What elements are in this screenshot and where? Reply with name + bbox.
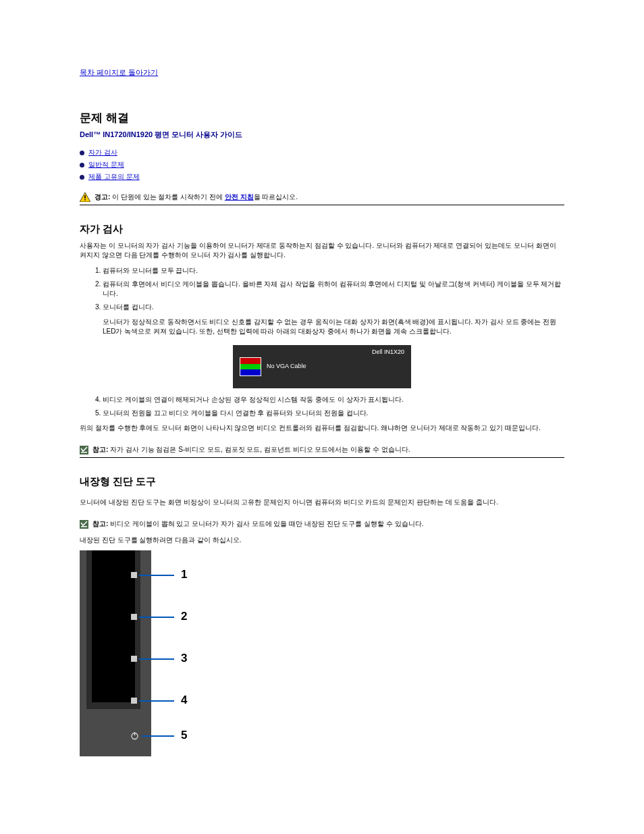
- callout-5: 5: [181, 729, 187, 742]
- caution-text-2: 을 따르십시오.: [254, 193, 298, 201]
- rgb-bars-icon: [240, 357, 261, 376]
- toc-link-common-problems[interactable]: 일반적 문제: [88, 160, 124, 170]
- osd-model-label: Dell IN1X20: [372, 348, 404, 355]
- self-test-heading: 자가 검사: [80, 223, 564, 236]
- svg-rect-4: [81, 452, 87, 453]
- monitor-panel-diagram: 1 2 3 4 5: [80, 550, 201, 756]
- page-title: 문제 해결: [80, 110, 564, 126]
- svg-rect-2: [84, 199, 86, 201]
- warning-icon: [80, 192, 90, 202]
- toc-link-product-specific[interactable]: 제품 고유의 문제: [88, 172, 140, 182]
- power-icon: [130, 731, 139, 740]
- self-test-p2: 모니터가 정상적으로 동작하면서도 비디오 신호를 감지할 수 없는 경우 움직…: [80, 317, 564, 336]
- self-test-steps-2: 비디오 케이블의 연결이 해제되거나 손상된 경우 정상적인 시스템 작동 중에…: [80, 395, 564, 418]
- note-label: 참고:: [92, 446, 108, 453]
- callout-3: 3: [181, 652, 187, 665]
- step-4: 비디오 케이블의 연결이 해제되거나 손상된 경우 정상적인 시스템 작동 중에…: [103, 395, 564, 405]
- note-text: 자가 검사 기능 점검은 S-비디오 모드, 컴포짓 모드, 컴포넌트 비디오 …: [108, 446, 410, 453]
- panel-button-2: [131, 614, 137, 620]
- note-row-2: 참고: 비디오 케이블이 뽑혀 있고 모니터가 자가 검사 모드에 있을 때만 …: [80, 519, 564, 529]
- page-subtitle: Dell™ IN1720/IN1920 평면 모니터 사용자 가이드: [80, 130, 564, 140]
- step-1: 컴퓨터와 모니터를 모두 끕니다.: [103, 266, 564, 276]
- self-test-intro: 사용자는 이 모니터의 자가 검사 기능을 이용하여 모니터가 제대로 동작하는…: [80, 241, 564, 259]
- safety-instructions-link[interactable]: 안전 지침: [225, 193, 254, 201]
- note-row-1: 참고: 자가 검사 기능 점검은 S-비디오 모드, 컴포짓 모드, 컴포넌트 …: [80, 445, 564, 454]
- bid-note-text: 비디오 케이블이 뽑혀 있고 모니터가 자가 검사 모드에 있을 때만 내장된 …: [108, 520, 423, 527]
- callout-2: 2: [181, 610, 187, 623]
- bid-note-label: 참고:: [92, 520, 108, 527]
- callout-4: 4: [181, 694, 187, 707]
- note-icon: [80, 520, 88, 529]
- caution-label: 경고:: [95, 193, 110, 201]
- caution-text-1: 이 단원에 있는 절차를 시작하기 전에: [110, 193, 224, 201]
- bullet-icon: [80, 151, 84, 155]
- self-test-p3: 위의 절차를 수행한 후에도 모니터 화면이 나타나지 않으면 비디오 컨트롤러…: [80, 423, 564, 433]
- panel-button-4: [131, 698, 137, 704]
- caution-row: 경고: 이 단원에 있는 절차를 시작하기 전에 안전 지침을 따르십시오.: [80, 192, 564, 202]
- svg-rect-1: [84, 195, 86, 199]
- svg-rect-6: [81, 526, 87, 527]
- step-5: 모니터의 전원을 끄고 비디오 케이블을 다시 연결한 후 컴퓨터와 모니터의 …: [103, 409, 564, 418]
- divider: [80, 205, 564, 205]
- toc-list: 자가 검사 일반적 문제 제품 고유의 문제: [80, 148, 564, 182]
- osd-dialog: Dell IN1X20 No VGA Cable: [233, 345, 411, 388]
- bid-heading: 내장형 진단 도구: [80, 475, 564, 488]
- bid-intro: 모니터에 내장된 진단 도구는 화면 비정상이 모니터의 고유한 문제인지 아니…: [80, 498, 564, 507]
- step-2: 컴퓨터의 후면에서 비디오 케이블을 뽑습니다. 올바른 자체 검사 작업을 위…: [103, 280, 564, 298]
- osd-message: No VGA Cable: [267, 363, 306, 369]
- panel-button-3: [131, 656, 137, 662]
- panel-button-1: [131, 572, 137, 578]
- note-icon: [80, 446, 88, 454]
- bullet-icon: [80, 163, 84, 167]
- step-3: 모니터를 켭니다.: [103, 303, 564, 312]
- bid-p2: 내장된 진단 도구를 실행하려면 다음과 같이 하십시오.: [80, 536, 564, 545]
- back-to-toc-link[interactable]: 목차 페이지로 돌아가기: [80, 68, 158, 76]
- bullet-icon: [80, 175, 84, 180]
- self-test-steps-1: 컴퓨터와 모니터를 모두 끕니다. 컴퓨터의 후면에서 비디오 케이블을 뽑습니…: [80, 266, 564, 312]
- divider: [80, 457, 564, 458]
- toc-link-self-test[interactable]: 자가 검사: [88, 148, 117, 157]
- callout-1: 1: [181, 568, 187, 581]
